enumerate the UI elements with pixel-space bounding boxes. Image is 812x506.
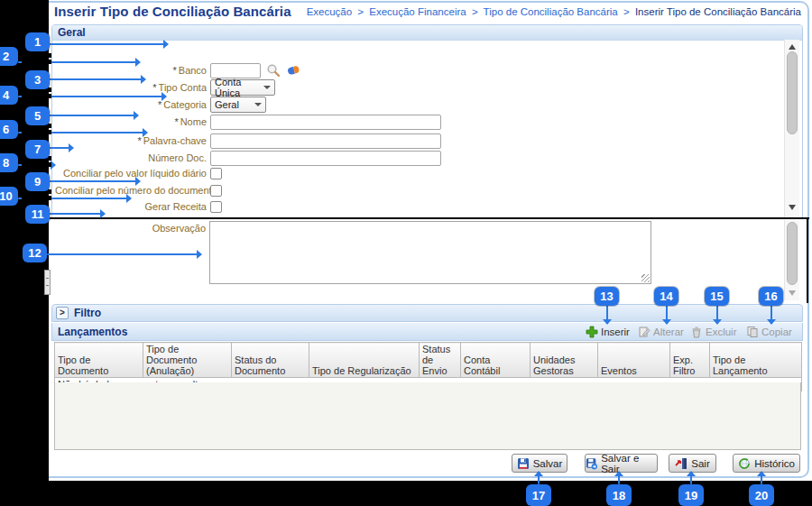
excluir-button: Excluir bbox=[690, 323, 737, 341]
resize-grip-icon[interactable] bbox=[641, 274, 650, 282]
breadcrumb-current: Inserir Tipo de Conciliação Bancária bbox=[635, 6, 801, 17]
conciliar-valor-label: Conciliar pelo valor líquido diário bbox=[55, 165, 207, 181]
tipo-conta-value: Conta Única bbox=[215, 77, 260, 98]
categoria-select[interactable]: Geral bbox=[210, 97, 266, 113]
palavra-chave-label: *Palavra-chave bbox=[55, 133, 207, 149]
annotation-arrow bbox=[49, 213, 100, 215]
som-badge: 2 bbox=[0, 47, 18, 66]
categoria-label: *Categoria bbox=[55, 97, 207, 113]
eraser-icon[interactable] bbox=[286, 63, 300, 78]
annotation-arrowhead bbox=[603, 319, 612, 325]
alterar-button: Alterar bbox=[638, 323, 684, 341]
historico-button[interactable]: Histórico bbox=[733, 454, 800, 473]
tipo-conta-select[interactable]: Conta Única bbox=[210, 79, 275, 96]
screen: Inserir Tipo de Conciliação Bancária Exe… bbox=[0, 0, 812, 506]
numero-doc-input[interactable] bbox=[210, 151, 441, 166]
geral-scrollbar[interactable] bbox=[784, 40, 799, 217]
som-badge: 17 bbox=[526, 484, 551, 506]
conciliar-valor-checkbox[interactable] bbox=[210, 168, 222, 179]
annotation-arrowhead bbox=[100, 209, 106, 218]
annotation-arrowhead bbox=[163, 40, 169, 49]
exit-door-icon bbox=[675, 457, 687, 470]
annotation-arrow bbox=[666, 306, 668, 319]
annotation-arrowhead bbox=[662, 319, 671, 325]
scroll-down-icon[interactable] bbox=[789, 205, 796, 210]
column-header: Tipo de Documento bbox=[55, 343, 143, 378]
annotation-arrowhead bbox=[141, 75, 146, 84]
filtro-title: Filtro bbox=[74, 307, 101, 319]
som-badge: 6 bbox=[0, 120, 18, 139]
form-scrollbar[interactable] bbox=[784, 220, 799, 300]
scrollbar-thumb[interactable] bbox=[787, 222, 798, 285]
salvar-button[interactable]: Salvar bbox=[512, 454, 567, 473]
banco-label: *Banco bbox=[55, 62, 207, 78]
inserir-button[interactable]: Inserir bbox=[586, 323, 630, 341]
geral-panel: Geral *Banco *Tipo Conta bbox=[51, 24, 803, 218]
field-row-gerar-receita: Gerar Receita bbox=[55, 198, 786, 215]
table-header-row: Tipo de Documento Tipo de Documento (Anu… bbox=[55, 343, 802, 378]
banco-input[interactable] bbox=[210, 63, 261, 78]
redaction-bar bbox=[22, 196, 51, 200]
annotation-arrow bbox=[49, 147, 69, 149]
annotation-arrowhead bbox=[687, 471, 696, 476]
save-exit-icon bbox=[586, 457, 597, 470]
column-header: Eventos bbox=[598, 343, 670, 378]
som-badge: 11 bbox=[25, 205, 50, 224]
field-row-nome: *Nome bbox=[55, 114, 786, 130]
annotation-arrowhead bbox=[135, 177, 141, 186]
annotation-arrowhead bbox=[713, 319, 722, 325]
nome-input[interactable] bbox=[210, 115, 441, 130]
lancamentos-section: Lançamentos Inserir Alterar Excluir bbox=[51, 323, 803, 341]
magnifier-icon[interactable] bbox=[266, 63, 281, 78]
salvar-e-sair-button[interactable]: Salvar e Sair bbox=[585, 454, 658, 473]
redaction-bar bbox=[22, 94, 51, 98]
scrollbar-thumb[interactable] bbox=[787, 51, 798, 134]
som-badge: 12 bbox=[23, 244, 47, 262]
copy-icon bbox=[746, 326, 759, 338]
annotation-arrow bbox=[49, 180, 135, 182]
breadcrumb-separator: > bbox=[469, 6, 481, 17]
breadcrumb-link[interactable]: Tipo de Conciliação Bancária bbox=[484, 6, 618, 17]
breadcrumb-link[interactable]: Execução Financeira bbox=[369, 6, 466, 17]
redaction-bar bbox=[22, 53, 51, 58]
annotation-arrowhead bbox=[161, 92, 167, 101]
annotation-arrow bbox=[761, 475, 762, 484]
scroll-down-icon[interactable] bbox=[789, 290, 796, 296]
som-badge: 19 bbox=[678, 484, 704, 506]
breadcrumb-separator: > bbox=[621, 6, 632, 17]
annotation-arrow bbox=[618, 475, 620, 484]
required-star: * bbox=[173, 65, 177, 76]
palavra-chave-input[interactable] bbox=[210, 133, 441, 149]
page-title: Inserir Tipo de Conciliação Bancária bbox=[54, 4, 291, 19]
filtro-section: > Filtro bbox=[51, 304, 803, 322]
som-badge: 8 bbox=[0, 153, 18, 172]
panel-splitter-handle[interactable] bbox=[44, 270, 51, 295]
observacao-textarea[interactable] bbox=[209, 221, 651, 284]
annotation-arrow bbox=[49, 43, 163, 45]
som-badge: 18 bbox=[606, 484, 632, 506]
breadcrumb-link[interactable]: Execução bbox=[307, 6, 353, 17]
annotation-arrowhead bbox=[614, 471, 623, 476]
categoria-value: Geral bbox=[215, 99, 251, 110]
conciliar-numero-checkbox[interactable] bbox=[210, 185, 222, 197]
column-header: Tipo de Documento (Anulação) bbox=[143, 343, 232, 378]
som-badge: 9 bbox=[25, 172, 50, 191]
breadcrumb: Execução > Execução Financeira > Tipo de… bbox=[307, 6, 801, 17]
redaction-bar bbox=[22, 162, 51, 167]
scroll-up-icon[interactable] bbox=[789, 44, 796, 50]
copiar-button: Copiar bbox=[746, 323, 792, 341]
annotation-arrowhead bbox=[135, 58, 141, 67]
annotation-arrowhead bbox=[143, 128, 148, 137]
field-row-conciliar-numero: Conciliar pelo número do documento bbox=[55, 182, 786, 198]
som-badge: 3 bbox=[25, 70, 50, 89]
expand-filtro-button[interactable]: > bbox=[56, 307, 69, 319]
gerar-receita-checkbox[interactable] bbox=[210, 201, 222, 213]
annotation-arrow bbox=[49, 78, 141, 80]
annotation-arrow bbox=[606, 306, 608, 319]
som-badge: 4 bbox=[0, 86, 18, 105]
seam-line bbox=[40, 217, 809, 219]
sair-button[interactable]: Sair bbox=[669, 454, 716, 473]
column-header: Status de Envio bbox=[420, 343, 461, 378]
edit-icon bbox=[638, 326, 651, 338]
numero-doc-label: Número Doc. bbox=[55, 150, 207, 166]
